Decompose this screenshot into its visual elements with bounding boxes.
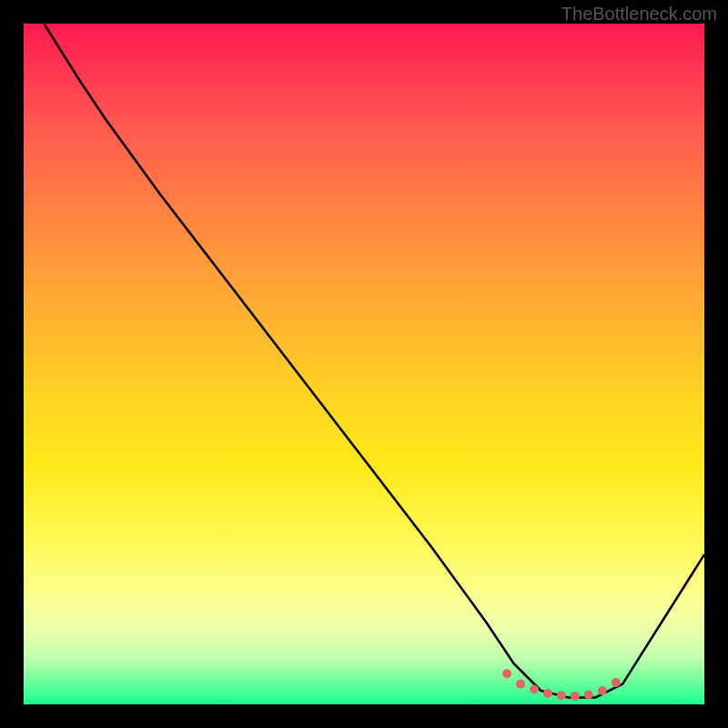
- highlight-dot: [598, 686, 607, 695]
- chart-svg: [24, 24, 704, 704]
- bottleneck-curve-line: [44, 24, 704, 698]
- highlight-dot: [584, 691, 593, 700]
- highlight-dot: [530, 685, 539, 694]
- watermark-text: TheBottleneck.com: [561, 4, 717, 25]
- highlight-dot: [557, 691, 566, 700]
- highlight-dots-group: [502, 669, 621, 701]
- highlight-dot: [516, 680, 525, 689]
- highlight-dot: [502, 669, 511, 678]
- highlight-dot: [612, 678, 621, 687]
- highlight-dot: [543, 689, 552, 698]
- highlight-dot: [571, 692, 580, 701]
